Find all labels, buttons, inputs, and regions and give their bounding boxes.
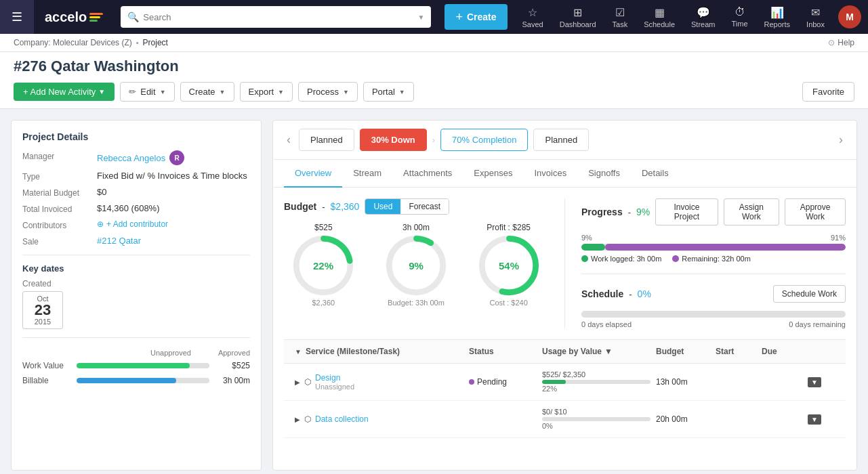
assign-work-button[interactable]: Assign Work — [724, 198, 780, 225]
search-input[interactable] — [143, 12, 417, 22]
invoice-project-button[interactable]: Invoice Project — [655, 198, 718, 225]
stage-30-down[interactable]: 30% Down — [360, 129, 427, 151]
datacollection-usage-bar-bg — [542, 417, 650, 421]
tab-signoffs[interactable]: Signoffs — [577, 160, 631, 188]
time-donut-container: 3h 00m 9% Budget: 33h 00m — [386, 223, 447, 307]
datacollection-actions-col: ▼ — [808, 414, 835, 425]
stage-prev-icon[interactable]: ‹ — [284, 133, 293, 147]
tab-invoices[interactable]: Invoices — [523, 160, 577, 188]
svg-text:54%: 54% — [499, 260, 519, 272]
portal-button[interactable]: Portal ▼ — [363, 82, 414, 102]
create-caret-icon: ▼ — [220, 89, 226, 95]
add-contributor-link[interactable]: ⊕ + Add contributor — [97, 219, 250, 229]
create-button[interactable]: + Create — [445, 4, 507, 30]
nav-reports[interactable]: 📊 Reports — [756, 6, 799, 28]
edit-label: Edit — [140, 87, 155, 97]
forecast-toggle-button[interactable]: Forecast — [400, 199, 449, 214]
datacollection-expand-icon[interactable]: ▶ — [295, 416, 300, 423]
nav-reports-label: Reports — [764, 20, 791, 28]
manager-link[interactable]: Rebecca Angelos — [97, 153, 165, 163]
collapse-icon[interactable]: ▼ — [295, 348, 302, 356]
sale-link[interactable]: #212 Qatar — [97, 236, 141, 246]
edit-caret-icon: ▼ — [160, 89, 166, 95]
datacollection-name-group: Data collection — [315, 414, 369, 424]
left-panel: Project Details Manager Rebecca Angelos … — [11, 120, 262, 471]
design-name-col: ▶ ⬡ Design Unassigned — [295, 373, 463, 391]
billable-label: Billable — [22, 376, 77, 385]
right-panel: ‹ Planned 30% Down › 70% Completion Plan… — [272, 120, 857, 471]
progress-right-label: 91% — [831, 234, 846, 242]
breadcrumb-company[interactable]: Company: Molecular Devices (Z) — [14, 38, 132, 47]
billable-progress-bg — [77, 378, 209, 383]
datacollection-usage-text: $0/ $10 — [542, 408, 650, 416]
donut-row: $525 22% $2,360 3h 00m — [284, 223, 548, 307]
material-budget-field: Material Budget $0 — [22, 187, 250, 198]
tab-overview[interactable]: Overview — [284, 160, 342, 188]
search-dropdown-icon[interactable]: ▼ — [417, 14, 424, 21]
nav-task[interactable]: ☑ Task — [604, 6, 636, 28]
nav-dashboard[interactable]: ⊞ Dashboard — [552, 6, 604, 28]
stage-planned-1[interactable]: Planned — [299, 129, 354, 151]
table-row: ▶ ⬡ Design Unassigned Pending — [284, 364, 846, 401]
help-label: Help — [838, 38, 854, 47]
service-header-usage: Usage by Value ▼ — [542, 347, 650, 356]
page-title-bar: #276 Qatar Washington + Add New Activity… — [0, 52, 868, 109]
nav-time[interactable]: ⏱ Time — [724, 6, 756, 28]
user-avatar[interactable]: M — [838, 5, 861, 28]
datacollection-link[interactable]: Data collection — [315, 414, 369, 424]
manager-label: Manager — [22, 150, 97, 165]
add-activity-button[interactable]: + Add New Activity ▼ — [14, 83, 115, 101]
table-row: ▶ ⬡ Data collection $0/ $10 — [284, 401, 846, 438]
nav-schedule[interactable]: ▦ Schedule — [636, 6, 683, 28]
nav-dashboard-label: Dashboard — [560, 20, 596, 28]
schedule-work-button[interactable]: Schedule Work — [773, 285, 846, 303]
budget-amount: $2,360 — [331, 201, 360, 212]
help-icon: ⊙ — [828, 38, 835, 47]
tab-details[interactable]: Details — [631, 160, 680, 188]
stage-planned-2[interactable]: Planned — [533, 129, 589, 151]
schedule-dash: - — [629, 289, 632, 299]
stage-next-icon[interactable]: › — [836, 133, 846, 147]
tab-expenses[interactable]: Expenses — [463, 160, 523, 188]
process-button[interactable]: Process ▼ — [298, 82, 358, 102]
stage-70-completion[interactable]: 70% Completion — [440, 129, 528, 151]
design-link[interactable]: Design — [315, 373, 340, 383]
design-dropdown-button[interactable]: ▼ — [808, 377, 821, 387]
schedule-remaining: 0 days remaining — [789, 320, 846, 328]
legend-work-logged-label: Work logged: 3h 00m — [591, 255, 661, 263]
nav-saved[interactable]: ☆ Saved — [514, 6, 552, 28]
export-label: Export — [249, 87, 274, 97]
service-header-due: Due — [762, 347, 802, 356]
hamburger-menu[interactable]: ☰ — [0, 0, 34, 34]
approve-work-button[interactable]: Approve Work — [785, 198, 846, 225]
progress-green-fill — [581, 244, 605, 251]
progress-labels: 9% 91% — [581, 234, 846, 242]
help-button[interactable]: ⊙ Help — [828, 38, 854, 47]
usage-filter-icon[interactable]: ▼ — [604, 347, 613, 356]
service-usage-label: Usage by Value — [542, 347, 602, 356]
progress-legend: Work logged: 3h 00m Remaining: 32h 00m — [581, 255, 846, 263]
datacollection-dropdown-button[interactable]: ▼ — [808, 414, 821, 425]
export-button[interactable]: Export ▼ — [240, 82, 293, 102]
progress-title: Progress — [581, 207, 623, 217]
tab-attachments[interactable]: Attachments — [392, 160, 463, 188]
design-task-icon: ⬡ — [304, 377, 311, 387]
budget-section: Budget - $2,360 Used Forecast $525 — [284, 198, 846, 328]
edit-button[interactable]: ✏ Edit ▼ — [120, 82, 174, 102]
legend-work-logged: Work logged: 3h 00m — [581, 255, 661, 263]
used-toggle-button[interactable]: Used — [365, 199, 400, 214]
favorite-button[interactable]: Favorite — [802, 82, 854, 102]
budget-donut-top: $525 — [314, 223, 333, 232]
design-expand-icon[interactable]: ▶ — [295, 379, 300, 386]
progress-left-label: 9% — [581, 234, 592, 242]
nav-stream[interactable]: 💬 Stream — [683, 6, 723, 28]
time-donut-top: 3h 00m — [402, 223, 430, 232]
tab-stream[interactable]: Stream — [342, 160, 392, 188]
design-status-col: Pending — [469, 377, 537, 387]
create-dropdown-button[interactable]: Create ▼ — [180, 82, 234, 102]
reports-icon: 📊 — [770, 6, 784, 19]
type-field: Type Fixed Bid w/ % Invoices & Time bloc… — [22, 171, 250, 181]
nav-inbox[interactable]: ✉ Inbox — [798, 6, 833, 28]
breadcrumb-separator: • — [136, 39, 139, 47]
type-label: Type — [22, 171, 97, 181]
